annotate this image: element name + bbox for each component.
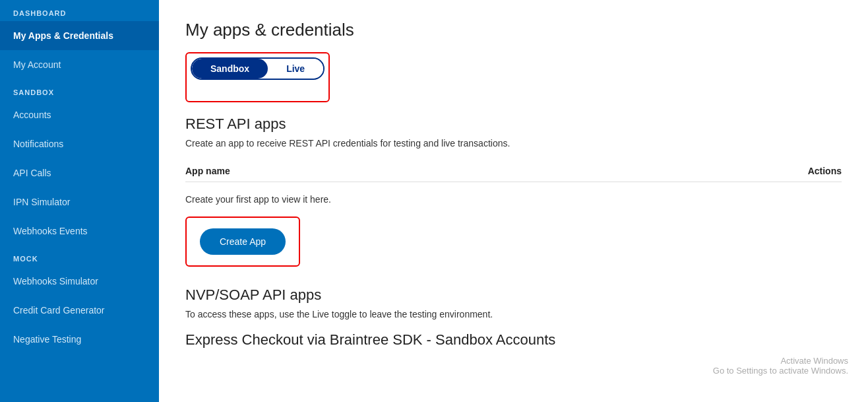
sidebar-item-accounts[interactable]: Accounts	[0, 100, 159, 129]
create-app-button[interactable]: Create App	[200, 228, 286, 255]
sidebar-item-negative-testing[interactable]: Negative Testing	[0, 325, 159, 354]
sidebar-item-notifications[interactable]: Notifications	[0, 129, 159, 158]
sidebar-item-api-calls[interactable]: API Calls	[0, 158, 159, 187]
col-actions-header: Actions	[762, 166, 842, 176]
rest-api-desc: Create an app to receive REST API creden…	[185, 138, 842, 149]
watermark-line1: Activate Windows	[713, 356, 848, 366]
sidebar-item-ipn-simulator[interactable]: IPN Simulator	[0, 187, 159, 217]
empty-app-row: Create your first app to view it here.	[185, 187, 842, 217]
col-app-name-header: App name	[185, 166, 762, 176]
nvp-soap-title: NVP/SOAP API apps	[185, 286, 842, 304]
express-checkout-title: Express Checkout via Braintree SDK - San…	[185, 331, 842, 349]
app-table-header: App name Actions	[185, 160, 842, 182]
main-content: My apps & credentials Sandbox Live REST …	[159, 0, 868, 402]
page-title: My apps & credentials	[185, 20, 842, 40]
sidebar-item-webhooks-events[interactable]: Webhooks Events	[0, 217, 159, 246]
watermark-line2: Go to Settings to activate Windows.	[713, 366, 848, 376]
create-app-wrapper: Create App	[185, 217, 300, 267]
activate-windows-watermark: Activate Windows Go to Settings to activ…	[713, 356, 848, 376]
live-toggle-btn[interactable]: Live	[268, 59, 323, 79]
sidebar-item-my-apps[interactable]: My Apps & Credentials	[0, 21, 159, 50]
environment-toggle: Sandbox Live	[191, 57, 325, 80]
sidebar-item-credit-card-generator[interactable]: Credit Card Generator	[0, 296, 159, 325]
rest-api-title: REST API apps	[185, 116, 842, 133]
sidebar-item-my-account[interactable]: My Account	[0, 50, 159, 79]
sandbox-toggle-btn[interactable]: Sandbox	[192, 59, 268, 79]
dashboard-section-label: DASHBOARD	[0, 0, 159, 21]
sidebar: DASHBOARD My Apps & Credentials My Accou…	[0, 0, 159, 402]
sandbox-section-label: SANDBOX	[0, 79, 159, 100]
sidebar-item-webhooks-simulator[interactable]: Webhooks Simulator	[0, 267, 159, 296]
nvp-soap-desc: To access these apps, use the Live toggl…	[185, 309, 842, 319]
mock-section-label: MOCK	[0, 246, 159, 267]
environment-toggle-wrapper: Sandbox Live	[185, 52, 330, 102]
